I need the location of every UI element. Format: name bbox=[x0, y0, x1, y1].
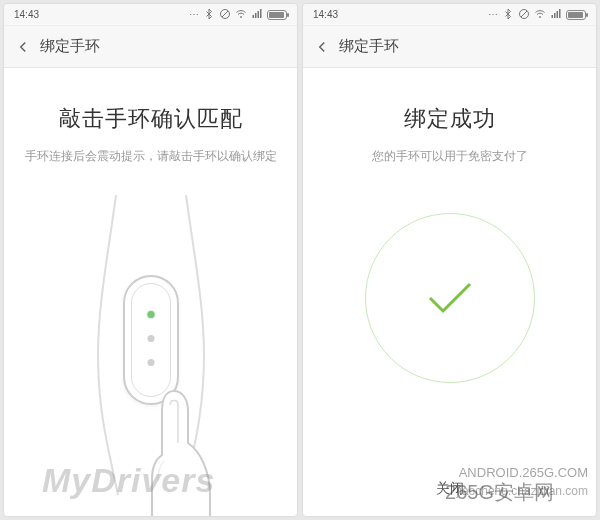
success-circle bbox=[365, 213, 535, 383]
close-button[interactable]: 关闭 bbox=[303, 480, 596, 498]
nav-bar: 绑定手环 bbox=[4, 26, 297, 68]
phone-screen-success: 14:43 ⋯ 绑定手环 绑定成功 您的手环可以用于免密支付了 bbox=[303, 4, 596, 516]
bluetooth-icon bbox=[502, 8, 514, 22]
check-icon bbox=[427, 280, 473, 316]
band-led bbox=[147, 335, 154, 342]
nav-title: 绑定手环 bbox=[339, 37, 399, 56]
subheading-success: 您的手环可以用于免密支付了 bbox=[372, 148, 528, 165]
more-icon: ⋯ bbox=[488, 9, 498, 20]
svg-point-2 bbox=[241, 16, 242, 17]
band-led bbox=[147, 359, 154, 366]
signal-icon bbox=[550, 8, 562, 22]
nav-bar: 绑定手环 bbox=[303, 26, 596, 68]
status-icons: ⋯ bbox=[488, 8, 586, 22]
status-icons: ⋯ bbox=[189, 8, 287, 22]
battery-icon bbox=[566, 10, 586, 20]
svg-rect-10 bbox=[552, 15, 554, 18]
subheading-pairing: 手环连接后会震动提示，请敲击手环以确认绑定 bbox=[25, 148, 277, 165]
wifi-icon bbox=[534, 8, 546, 22]
band-led-active bbox=[147, 311, 154, 318]
svg-rect-11 bbox=[554, 13, 556, 18]
battery-icon bbox=[267, 10, 287, 20]
dnd-icon bbox=[219, 8, 231, 22]
signal-icon bbox=[251, 8, 263, 22]
illustration-tap-band bbox=[41, 195, 261, 495]
status-bar: 14:43 ⋯ bbox=[303, 4, 596, 26]
wifi-icon bbox=[235, 8, 247, 22]
dnd-icon bbox=[518, 8, 530, 22]
content-pairing: 敲击手环确认匹配 手环连接后会震动提示，请敲击手环以确认绑定 bbox=[4, 68, 297, 516]
status-time: 14:43 bbox=[14, 9, 39, 20]
svg-rect-6 bbox=[260, 9, 262, 18]
status-time: 14:43 bbox=[313, 9, 338, 20]
more-icon: ⋯ bbox=[189, 9, 199, 20]
heading-pairing: 敲击手环确认匹配 bbox=[59, 104, 243, 134]
svg-line-1 bbox=[222, 11, 228, 17]
bluetooth-icon bbox=[203, 8, 215, 22]
svg-rect-4 bbox=[255, 13, 257, 18]
back-icon[interactable] bbox=[313, 38, 331, 56]
nav-title: 绑定手环 bbox=[40, 37, 100, 56]
svg-rect-12 bbox=[557, 11, 559, 18]
svg-rect-13 bbox=[559, 9, 561, 18]
back-icon[interactable] bbox=[14, 38, 32, 56]
svg-rect-3 bbox=[253, 15, 255, 18]
svg-line-8 bbox=[521, 11, 527, 17]
svg-point-9 bbox=[540, 16, 541, 17]
status-bar: 14:43 ⋯ bbox=[4, 4, 297, 26]
finger-icon bbox=[146, 385, 216, 516]
phone-screen-pairing: 14:43 ⋯ 绑定手环 敲击手环确认匹配 手环连接后会震动提示，请敲击手环以确… bbox=[4, 4, 297, 516]
content-success: 绑定成功 您的手环可以用于免密支付了 关闭 bbox=[303, 68, 596, 516]
heading-success: 绑定成功 bbox=[404, 104, 496, 134]
svg-rect-5 bbox=[258, 11, 260, 18]
